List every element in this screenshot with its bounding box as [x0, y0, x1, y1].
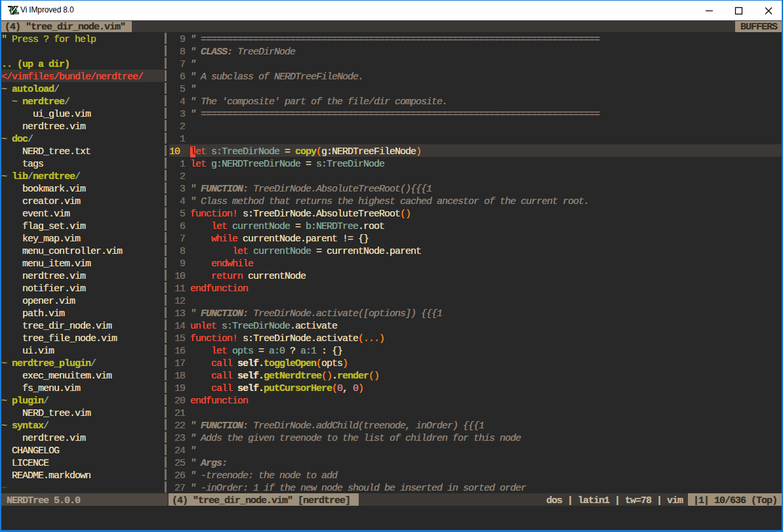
svg-text:im: im [12, 9, 19, 16]
